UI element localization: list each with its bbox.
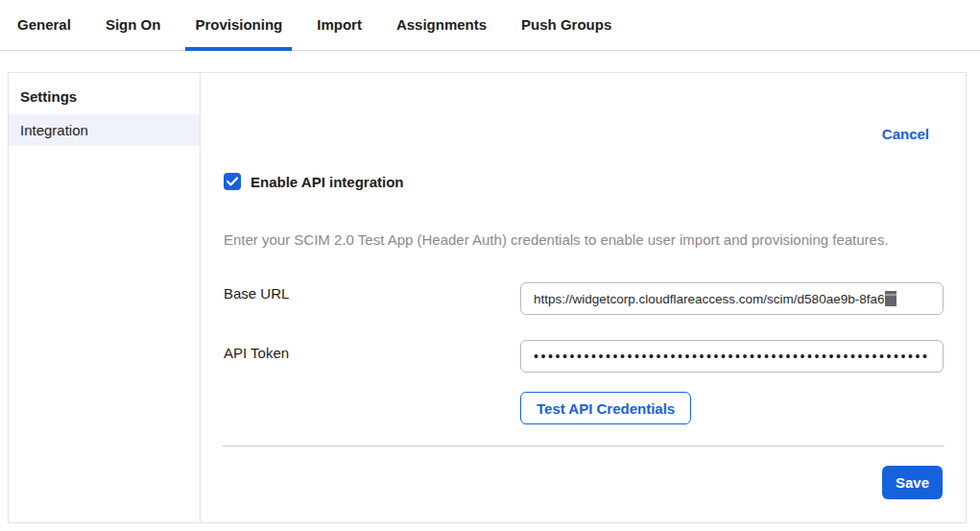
enable-api-label: Enable API integration	[251, 174, 403, 190]
provisioning-panel: Settings Integration Cancel Enable API i…	[8, 72, 967, 523]
settings-sidebar: Settings Integration	[9, 73, 201, 522]
cancel-button[interactable]: Cancel	[882, 126, 929, 142]
tab-provisioning[interactable]: Provisioning	[185, 1, 292, 51]
api-token-masked-value: ••••••••••••••••••••••••••••••••••••••••…	[534, 349, 930, 364]
checkmark-icon	[227, 177, 238, 186]
footer-divider	[223, 446, 944, 447]
text-cursor-block	[885, 291, 896, 306]
sidebar-item-integration[interactable]: Integration	[9, 114, 200, 146]
enable-api-row: Enable API integration	[224, 173, 403, 190]
credentials-description: Enter your SCIM 2.0 Test App (Header Aut…	[224, 231, 963, 248]
tab-assignments[interactable]: Assignments	[387, 1, 496, 51]
base-url-value: https://widgetcorp.cloudflareaccess.com/…	[534, 292, 884, 306]
enable-api-checkbox[interactable]	[224, 173, 241, 190]
app-tabbar: General Sign On Provisioning Import Assi…	[0, 0, 980, 51]
test-api-credentials-button[interactable]: Test API Credentials	[520, 392, 691, 424]
integration-form: Cancel Enable API integration Enter your…	[201, 73, 966, 522]
tab-general[interactable]: General	[8, 1, 81, 51]
tab-push-groups[interactable]: Push Groups	[512, 1, 621, 51]
base-url-input[interactable]: https://widgetcorp.cloudflareaccess.com/…	[520, 282, 944, 315]
api-token-input[interactable]: ••••••••••••••••••••••••••••••••••••••••…	[520, 340, 944, 373]
tab-import[interactable]: Import	[307, 1, 371, 51]
api-token-label: API Token	[224, 345, 289, 361]
sidebar-header-settings: Settings	[9, 73, 200, 114]
save-button[interactable]: Save	[882, 466, 943, 499]
tab-sign-on[interactable]: Sign On	[96, 1, 171, 51]
base-url-label: Base URL	[224, 285, 289, 302]
